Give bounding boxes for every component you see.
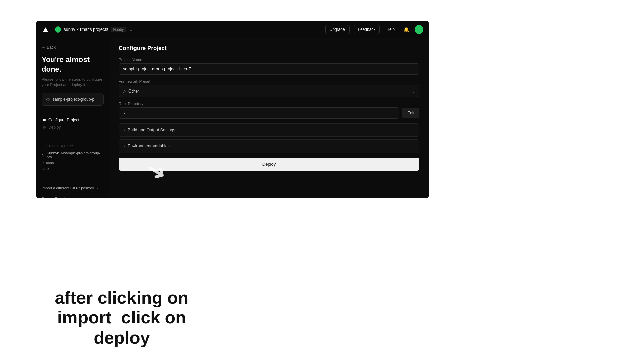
root-dir-group: Root Directory Edit [119, 102, 419, 119]
browse-templates-link[interactable]: Browse Templates → [42, 197, 104, 198]
step-deploy: Deploy [43, 125, 102, 130]
root-dir-label: Root Directory [119, 102, 419, 106]
env-vars-chevron-icon: › [124, 144, 125, 148]
build-output-label: Build and Output Settings [128, 128, 175, 132]
project-name-label: sunny kumar's projects [64, 27, 108, 32]
step-dot-inactive [43, 126, 46, 129]
page-title: You're almost done. [42, 55, 104, 74]
configure-project-title: Configure Project [119, 45, 419, 52]
github-icon: ⊙ [46, 97, 50, 102]
framework-preset-label: Framework Preset [119, 79, 419, 83]
plan-badge: Hobby [111, 27, 126, 32]
framework-select[interactable]: △ Other ⌄ [119, 85, 419, 97]
git-repo-name: Sunnyk16/sample-project-group-pro... [47, 151, 104, 159]
bottom-annotation-text: after clicking onimport click ondeploy [36, 288, 207, 348]
git-section-title: GIT REPOSITORY [42, 144, 104, 148]
build-output-accordion: › Build and Output Settings [119, 123, 419, 137]
build-output-chevron-icon: › [124, 128, 125, 132]
root-dir-input[interactable] [119, 107, 399, 119]
bottom-annotation: after clicking onimport click ondeploy [36, 288, 207, 348]
step-deploy-label: Deploy [48, 125, 61, 130]
env-vars-label: Environment Variables [128, 144, 170, 148]
step-configure-label: Configure Project [48, 118, 79, 122]
user-avatar[interactable] [415, 25, 423, 34]
dir-path: ./ [47, 167, 49, 171]
left-panel: ← Back You're almost done. Please follow… [36, 38, 109, 198]
upgrade-button[interactable]: Upgrade [325, 25, 350, 34]
edit-root-dir-button[interactable]: Edit [402, 108, 419, 118]
github-repo-icon: ⊙ [42, 153, 45, 157]
vercel-logo [42, 25, 50, 34]
page-subtitle: Please follow the steps to configure you… [42, 77, 104, 87]
project-name-input[interactable] [119, 63, 419, 75]
right-panel: Configure Project Project Name Framework… [109, 38, 429, 198]
select-chevron-icon: ⌄ [412, 89, 415, 94]
git-section: GIT REPOSITORY ⊙ Sunnyk16/sample-project… [42, 144, 104, 171]
folder-icon: ▭ [42, 166, 45, 171]
root-dir-row: Edit [119, 107, 419, 119]
framework-preset-group: Framework Preset △ Other ⌄ [119, 79, 419, 97]
import-different-link[interactable]: Import a different Git Repository → [42, 186, 104, 190]
framework-icon: △ [123, 88, 126, 94]
repo-card[interactable]: ⊙ sample-project-group-p... [42, 93, 104, 106]
nav-chevron-icon: ⌄ [129, 27, 133, 32]
framework-value: Other [128, 89, 139, 94]
notifications-bell-icon[interactable]: 🔔 [401, 25, 411, 34]
project-name-label: Project Name [119, 58, 419, 62]
steps-list: Configure Project Deploy [42, 118, 104, 130]
repo-card-name: sample-project-group-p... [53, 97, 98, 102]
team-avatar [55, 26, 61, 33]
git-repo-link[interactable]: ⊙ Sunnyk16/sample-project-group-pro... [42, 151, 104, 159]
step-configure: Configure Project [43, 118, 102, 122]
feedback-button[interactable]: Feedback [354, 25, 380, 34]
step-dot-active [43, 119, 46, 121]
nav-brand[interactable]: sunny kumar's projects Hobby ⌄ [55, 26, 133, 33]
main-content: ← Back You're almost done. Please follow… [36, 38, 429, 198]
back-link[interactable]: ← Back [42, 45, 104, 50]
branch-icon: ⑂ [42, 161, 44, 165]
branch-name: main [46, 161, 54, 165]
git-branch: ⑂ main [42, 161, 104, 165]
project-name-group: Project Name [119, 58, 419, 75]
build-output-accordion-header[interactable]: › Build and Output Settings [119, 124, 419, 136]
env-vars-accordion: › Environment Variables [119, 139, 419, 153]
navbar: sunny kumar's projects Hobby ⌄ Upgrade F… [36, 21, 429, 38]
help-button[interactable]: Help [384, 25, 397, 34]
env-vars-accordion-header[interactable]: › Environment Variables [119, 140, 419, 153]
git-dir: ▭ ./ [42, 166, 104, 171]
deploy-button[interactable]: Deploy [119, 158, 419, 171]
